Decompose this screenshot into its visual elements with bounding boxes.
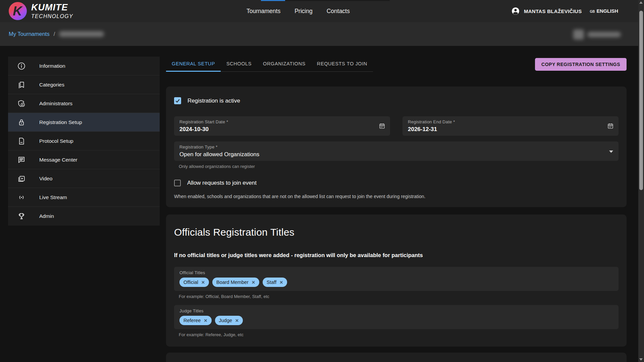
sidebar-item-label: Registration Setup	[39, 119, 82, 125]
sidebar-item-label: Administrators	[39, 101, 72, 107]
general-setup-card: Registration is active Registration Star…	[166, 86, 627, 207]
chip-label: Board Member	[216, 280, 249, 285]
registration-active-row: Registration is active	[174, 97, 619, 104]
calendar-icon[interactable]	[378, 122, 386, 130]
official-titles-chips: Official Board Member Staff	[179, 278, 613, 287]
user-avatar-icon[interactable]	[511, 7, 520, 15]
registration-type-label: Registration Type *	[179, 144, 613, 149]
user-area: MANTAS BLAŽEVIČIUS GB ENGLISH	[511, 0, 618, 22]
scrollbar-down-arrow-icon[interactable]	[639, 358, 643, 361]
tab-organizations[interactable]: ORGANIZATIONS	[257, 57, 311, 71]
redacted-tournament-name	[59, 31, 104, 37]
allow-requests-label: Allow requests to join event	[187, 180, 257, 186]
document-icon	[17, 137, 26, 145]
calendar-icon[interactable]	[607, 122, 614, 130]
official-titles-field[interactable]: Official Titles Official Board Member St…	[174, 267, 619, 291]
sidebar-item-message-center[interactable]: Message Center	[8, 150, 160, 169]
registration-type-helper: Only allowed organizations can register	[179, 164, 619, 169]
main-content: GENERAL SETUP SCHOOLS ORGANIZATIONS REQU…	[166, 57, 627, 362]
allow-requests-checkbox[interactable]	[174, 180, 181, 186]
registration-active-checkbox[interactable]	[174, 97, 181, 104]
app-screen: K KUMITE TECHNOLOGY Tournaments Pricing …	[0, 0, 644, 362]
chip-remove-icon[interactable]	[279, 280, 283, 285]
chip-remove-icon[interactable]	[235, 318, 239, 323]
breadcrumb-my-tournaments[interactable]: My Tournaments	[9, 31, 50, 37]
sidebar-item-label: Video	[39, 176, 52, 182]
tab-requests-to-join[interactable]: REQUESTS TO JOIN	[311, 57, 373, 71]
sidebar-item-protocol-setup[interactable]: Protocol Setup	[8, 132, 160, 150]
sidebar-item-video[interactable]: Video	[8, 169, 160, 188]
breadcrumb-separator: /	[54, 31, 55, 37]
categories-icon	[17, 80, 26, 89]
chip-official[interactable]: Official	[179, 278, 209, 287]
breadcrumb-bar: My Tournaments /	[0, 22, 638, 46]
chip-referee[interactable]: Referee	[179, 316, 212, 325]
chip-label: Judge	[219, 318, 232, 323]
tab-general-setup[interactable]: GENERAL SETUP	[166, 57, 221, 71]
end-date-value: 2026-12-31	[408, 126, 613, 133]
chat-icon	[17, 156, 26, 164]
chip-staff[interactable]: Staff	[263, 278, 287, 287]
sidebar-item-registration-setup[interactable]: Registration Setup	[8, 113, 160, 132]
chip-remove-icon[interactable]	[201, 280, 205, 285]
language-selector[interactable]: GB ENGLISH	[590, 8, 618, 14]
start-date-value: 2024-10-30	[179, 126, 385, 133]
brand-logo[interactable]: K KUMITE TECHNOLOGY	[9, 2, 73, 20]
tab-schools[interactable]: SCHOOLS	[221, 57, 257, 71]
sidebar-item-label: Message Center	[39, 157, 77, 163]
scrollbar-up-arrow-icon[interactable]	[639, 1, 643, 4]
officials-titles-heading: Officials Registration Titles	[174, 227, 619, 238]
redacted-date-text	[587, 32, 621, 37]
brand-subtitle: TECHNOLOGY	[31, 13, 73, 19]
sidebar-item-administrators[interactable]: Administrators	[8, 94, 160, 113]
sidebar-item-information[interactable]: Information	[8, 57, 160, 75]
registration-end-date-field[interactable]: Registration End Date * 2026-12-31	[402, 116, 619, 136]
allow-requests-helper: When enabled, schools and organizations …	[174, 194, 619, 199]
top-navbar: K KUMITE TECHNOLOGY Tournaments Pricing …	[0, 0, 638, 22]
official-titles-helper: For example: Official, Board Member, Sta…	[179, 294, 619, 299]
chip-label: Referee	[183, 318, 201, 323]
officials-titles-note: If no official titles or judge titles we…	[174, 252, 619, 258]
browser-tab-shadow	[285, 0, 390, 1]
date-fields-row: Registration Start Date * 2024-10-30 Reg…	[174, 116, 619, 136]
user-name[interactable]: MANTAS BLAŽEVIČIUS	[524, 8, 582, 14]
end-date-label: Registration End Date *	[408, 119, 613, 124]
registration-type-select[interactable]: Registration Type * Open for allowed Org…	[174, 141, 619, 161]
chip-board-member[interactable]: Board Member	[212, 278, 259, 287]
broadcast-icon	[17, 193, 26, 202]
redacted-date-badge	[573, 29, 621, 40]
info-icon	[17, 62, 26, 70]
logo-letter: K	[13, 4, 22, 18]
judge-titles-field[interactable]: Judge Titles Referee Judge	[174, 305, 619, 329]
admin-shield-icon	[17, 99, 26, 108]
trophy-icon	[17, 212, 26, 221]
chip-remove-icon[interactable]	[252, 280, 255, 285]
brand-text: KUMITE TECHNOLOGY	[31, 3, 73, 19]
chip-judge[interactable]: Judge	[215, 316, 243, 325]
chevron-down-icon	[609, 150, 613, 153]
breadcrumb: My Tournaments /	[9, 31, 104, 37]
registration-tabs: GENERAL SETUP SCHOOLS ORGANIZATIONS REQU…	[166, 57, 373, 72]
sidebar-item-label: Categories	[39, 82, 64, 88]
chip-label: Official	[183, 280, 198, 285]
copy-registration-settings-button[interactable]: COPY REGISTRATION SETTINGS	[535, 58, 627, 71]
sidebar-item-label: Information	[39, 63, 65, 69]
judge-titles-helper: For example: Referee, Judge, etc	[179, 332, 619, 337]
required-information-card: Required Information	[166, 353, 627, 362]
browser-tab-accent	[261, 0, 285, 1]
browser-tab-strip	[0, 0, 638, 1]
chip-remove-icon[interactable]	[204, 318, 208, 323]
nav-pricing[interactable]: Pricing	[294, 8, 313, 15]
language-label: ENGLISH	[597, 8, 618, 14]
sidebar-item-live-stream[interactable]: Live Stream	[8, 188, 160, 207]
page-scrollbar[interactable]	[638, 0, 644, 362]
scrollbar-thumb[interactable]	[639, 11, 643, 190]
sidebar-item-admin[interactable]: Admin	[8, 207, 160, 226]
kumite-logo-icon: K	[9, 2, 27, 20]
nav-tournaments[interactable]: Tournaments	[247, 8, 280, 15]
language-flag-code: GB	[590, 10, 595, 13]
nav-contacts[interactable]: Contacts	[327, 8, 350, 15]
chip-label: Staff	[267, 280, 277, 285]
sidebar-item-categories[interactable]: Categories	[8, 75, 160, 94]
registration-start-date-field[interactable]: Registration Start Date * 2024-10-30	[174, 116, 390, 136]
